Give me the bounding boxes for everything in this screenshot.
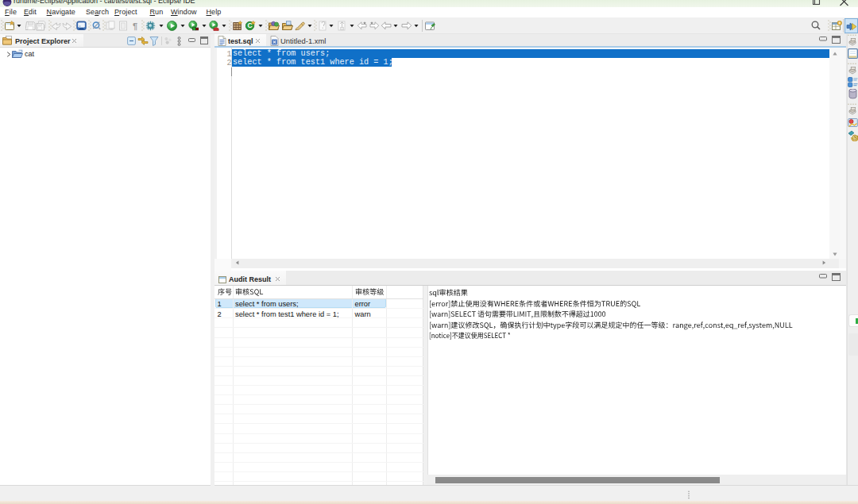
svg-text:C: C [247,21,252,29]
